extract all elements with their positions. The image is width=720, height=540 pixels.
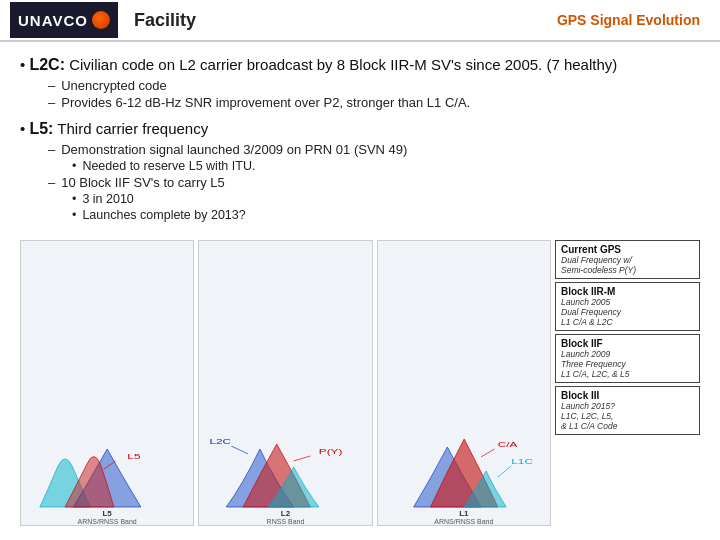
bullet-dot: • [72, 192, 76, 206]
legend-iii-title: Block III [561, 390, 694, 401]
spectrum-l1-label: L1 [459, 509, 468, 518]
dash-icon: – [48, 142, 55, 157]
spectrum-l2-label: L2 [281, 509, 290, 518]
header: UNAVCO Facility GPS Signal Evolution [0, 0, 720, 42]
bullet-l5: • L5: Third carrier frequency – Demonstr… [20, 120, 700, 224]
spectrum-l1-band: ARNS/RNSS Band [434, 518, 493, 525]
legend-block-iii: Block III Launch 2015? L1C, L2C, L5, & L… [555, 386, 700, 435]
legend-current-gps: Current GPS Dual Frequency w/ Semi-codel… [555, 240, 700, 279]
l2c-sub1-text: Unencrypted code [61, 78, 167, 93]
svg-line-9 [497, 466, 510, 477]
l5-subsub1-text: Needed to reserve L5 with ITU. [82, 159, 255, 173]
legend-area: Current GPS Dual Frequency w/ Semi-codel… [555, 240, 700, 526]
svg-line-5 [232, 446, 249, 454]
spectrum-l2-band: RNSS Band [267, 518, 305, 525]
image-area: L5 L5 ARNS/RNSS Band P(Y) L2C [20, 240, 700, 526]
l5-subsub2b: • Launches complete by 2013? [72, 208, 700, 222]
legend-current-sub2: Semi-codeless P(Y) [561, 265, 694, 275]
legend-iirm-title: Block IIR-M [561, 286, 694, 297]
l2c-sub1: – Unencrypted code [48, 78, 700, 93]
svg-text:C/A: C/A [497, 440, 517, 448]
legend-current-sub1: Dual Frequency w/ [561, 255, 694, 265]
legend-block-iif: Block IIF Launch 2009 Three Frequency L1… [555, 334, 700, 383]
legend-iii-sub1: Launch 2015? [561, 401, 694, 411]
bullet-dot: • [72, 159, 76, 173]
spectrum-chart-l1: C/A L1C [380, 429, 548, 509]
legend-iirm-sub3: L1 C/A & L2C [561, 317, 694, 327]
spectrum-row: L5 L5 ARNS/RNSS Band P(Y) L2C [20, 240, 551, 526]
svg-text:P(Y): P(Y) [319, 447, 343, 455]
logo-text: UNAVCO [18, 12, 88, 29]
spectrum-area: L5 L5 ARNS/RNSS Band P(Y) L2C [20, 240, 551, 526]
legend-iif-sub2: Three Frequency [561, 359, 694, 369]
header-subtitle: GPS Signal Evolution [557, 12, 700, 28]
l5-sub1: – Demonstration signal launched 3/2009 o… [48, 142, 700, 157]
bullet-l2c: • L2C: Civilian code on L2 carrier broad… [20, 56, 700, 112]
svg-text:L5: L5 [127, 452, 140, 460]
legend-iif-sub1: Launch 2009 [561, 349, 694, 359]
spectrum-panel-l2: P(Y) L2C L2 RNSS Band [198, 240, 372, 526]
legend-block-iirm: Block IIR-M Launch 2005 Dual Frequency L… [555, 282, 700, 331]
bullet-l5-title: • L5: Third carrier frequency [20, 120, 700, 138]
svg-line-3 [294, 456, 311, 461]
svg-text:L1C: L1C [511, 457, 533, 465]
spectrum-panel-l1: C/A L1C L1 ARNS/RNSS Band [377, 240, 551, 526]
l2c-sub2: – Provides 6-12 dB-Hz SNR improvement ov… [48, 95, 700, 110]
l5-sub2-text: 10 Block IIF SV's to carry L5 [61, 175, 225, 190]
legend-iif-title: Block IIF [561, 338, 694, 349]
l5-sub2: – 10 Block IIF SV's to carry L5 [48, 175, 700, 190]
l2c-label: L2C: [29, 56, 65, 73]
svg-line-7 [481, 449, 494, 457]
l5-label: L5: [29, 120, 53, 137]
spectrum-panel-l5: L5 L5 ARNS/RNSS Band [20, 240, 194, 526]
spectrum-l5-label: L5 [102, 509, 111, 518]
spectrum-l5-band: ARNS/RNSS Band [78, 518, 137, 525]
bullet-dot: • [72, 208, 76, 222]
l5-subsub2a: • 3 in 2010 [72, 192, 700, 206]
logo-area: UNAVCO [10, 2, 118, 38]
l2c-sub2-text: Provides 6-12 dB-Hz SNR improvement over… [61, 95, 470, 110]
legend-iirm-sub1: Launch 2005 [561, 297, 694, 307]
legend-iii-sub2: L1C, L2C, L5, [561, 411, 694, 421]
bullet-l2c-title: • L2C: Civilian code on L2 carrier broad… [20, 56, 700, 74]
l5-text: Third carrier frequency [53, 120, 208, 137]
spectrum-chart-l5: L5 [23, 429, 191, 509]
page-title: Facility [134, 10, 557, 31]
svg-text:L2C: L2C [210, 437, 232, 445]
l5-sub1-text: Demonstration signal launched 3/2009 on … [61, 142, 407, 157]
l5-subsub2a-text: 3 in 2010 [82, 192, 133, 206]
legend-iif-sub3: L1 C/A, L2C, & L5 [561, 369, 694, 379]
spectrum-chart-l2: P(Y) L2C [201, 429, 369, 509]
dash-icon: – [48, 95, 55, 110]
l5-subsub2b-text: Launches complete by 2013? [82, 208, 245, 222]
logo-icon [92, 11, 110, 29]
l5-subsub1: • Needed to reserve L5 with ITU. [72, 159, 700, 173]
l2c-text: Civilian code on L2 carrier broadcast by… [65, 56, 617, 73]
legend-iirm-sub2: Dual Frequency [561, 307, 694, 317]
legend-iii-sub3: & L1 C/A Code [561, 421, 694, 431]
main-content: • L2C: Civilian code on L2 carrier broad… [0, 42, 720, 540]
legend-current-title: Current GPS [561, 244, 694, 255]
dash-icon: – [48, 78, 55, 93]
dash-icon: – [48, 175, 55, 190]
